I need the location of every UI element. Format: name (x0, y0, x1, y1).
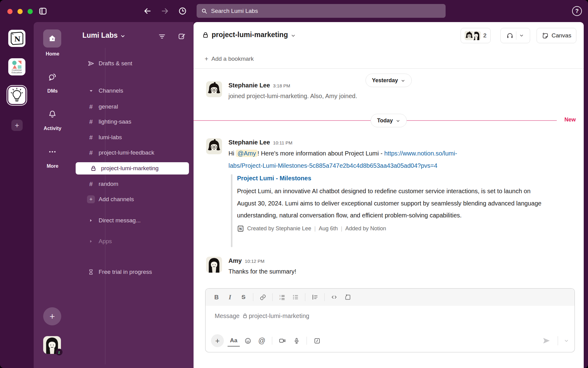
text-format-toggle[interactable]: Aa (228, 335, 240, 347)
filter-icon[interactable] (158, 33, 166, 40)
search-bar[interactable] (197, 4, 446, 18)
history-forward-button[interactable] (161, 7, 169, 15)
nav-more-button[interactable] (48, 148, 57, 156)
sidebar-item-free-trial[interactable]: Free trial in progress (73, 266, 190, 278)
add-workspace-button[interactable]: + (11, 120, 23, 131)
message-input[interactable]: Message project-lumi-marketing (205, 306, 575, 326)
message-composer[interactable]: B I S Message project-lumi-marketing (205, 288, 575, 352)
plus-glyph: + (50, 311, 55, 322)
video-clip-button[interactable] (276, 335, 288, 347)
sidebar-item-channel-random[interactable]: # random (73, 178, 190, 190)
nav-activity-button[interactable] (48, 110, 57, 118)
plus-glyph: + (15, 121, 19, 130)
plus-icon: + (87, 195, 95, 203)
main-content: project-lumi-marketing 2 Canvas (194, 22, 584, 368)
canvas-button[interactable]: Canvas (537, 28, 576, 43)
date-divider-today[interactable]: Today (371, 114, 407, 127)
emoji-button[interactable] (242, 335, 254, 347)
bold-button[interactable]: B (210, 292, 223, 302)
attach-plus-button[interactable]: + (211, 334, 224, 347)
add-bookmark-button[interactable]: + Add a bookmark (194, 49, 584, 69)
toolbar-divider (253, 293, 253, 301)
nav-dms-button[interactable] (48, 72, 57, 81)
zoom-window-button[interactable] (28, 9, 33, 14)
nav-home-label[interactable]: Home (34, 51, 71, 57)
sidebar-item-drafts-sent[interactable]: Drafts & sent (73, 57, 190, 70)
code-block-button[interactable] (341, 292, 354, 302)
audio-clip-button[interactable] (290, 335, 303, 347)
shortcuts-button[interactable] (311, 335, 323, 347)
message-sender[interactable]: Stephanie Lee (228, 138, 270, 146)
workspace-notion[interactable] (8, 30, 25, 47)
placeholder-prefix: Message (215, 312, 239, 320)
sidebar-section-channels[interactable]: Channels (73, 85, 190, 97)
date-divider-yesterday[interactable]: Yesterday (365, 74, 412, 87)
hash-icon: # (87, 118, 95, 125)
card-footer: Created by Stephanie Lee | Aug 6th | Add… (237, 225, 565, 232)
sidebar-item-channel-lumi-labs[interactable]: # lumi-labs (73, 131, 190, 144)
mention-button[interactable]: @ (256, 335, 268, 347)
nav-activity-label[interactable]: Activity (34, 126, 71, 131)
avatar-stephanie[interactable] (206, 81, 222, 97)
minimize-window-button[interactable] (17, 9, 23, 14)
sidebar-item-channel-project-lumi-feedback[interactable]: # project-lumi-feedback (73, 147, 190, 159)
sidebar-item-channel-project-lumi-marketing-selected[interactable]: project-lumi-marketing (76, 162, 189, 174)
compose-icon[interactable] (178, 33, 186, 40)
code-button[interactable] (328, 292, 340, 302)
search-icon (201, 8, 208, 14)
card-title-link[interactable]: Project Lumi - Milestones (237, 174, 565, 183)
close-window-button[interactable] (7, 9, 13, 14)
channel-title-button[interactable]: project-lumi-marketing (202, 31, 296, 39)
ordered-list-button[interactable] (276, 292, 288, 302)
card-accent-bar (231, 174, 232, 247)
workspace-switcher[interactable]: Lumi Labs (82, 31, 126, 40)
user-avatar[interactable]: z (43, 336, 61, 354)
notion-link-line1[interactable]: https://www.notion.so/lumi- (384, 150, 457, 157)
mention-amy[interactable]: @Amy (236, 150, 257, 157)
workspace-customer-education[interactable]: Customer Education (8, 58, 25, 75)
search-input[interactable] (211, 8, 441, 14)
sidebar-toggle-icon[interactable] (39, 7, 47, 15)
channel-title: project-lumi-marketing (212, 31, 288, 39)
send-options-chevron[interactable] (564, 338, 569, 343)
link-button[interactable] (257, 292, 269, 302)
avatar-stephanie[interactable] (206, 138, 222, 154)
blockquote-button[interactable] (309, 292, 321, 302)
sidebar-item-channel-lighting-saas[interactable]: # lighting-saas (73, 116, 190, 128)
message-sender[interactable]: Amy (228, 257, 242, 265)
composer-divider (307, 337, 307, 345)
notion-link-line2[interactable]: labs/Project-Lumi-Milestones-5c885a747e2… (228, 162, 437, 169)
workspace-lumi-labs-active[interactable] (8, 87, 25, 104)
avatar-amy[interactable] (206, 257, 222, 273)
bullet-list-button[interactable] (289, 292, 302, 302)
chevron-down-icon (396, 119, 400, 123)
plus-icon: + (205, 56, 208, 62)
send-button[interactable] (540, 335, 552, 347)
history-back-button[interactable] (143, 7, 152, 15)
history-icon[interactable] (178, 7, 187, 15)
sidebar-section-apps[interactable]: Apps (73, 235, 190, 247)
nav-home-button[interactable] (43, 29, 61, 48)
channel-members-button[interactable]: 2 (461, 28, 491, 43)
sidebar-item-channel-general[interactable]: # general (73, 101, 190, 113)
italic-button[interactable]: I (224, 292, 236, 302)
help-button[interactable]: ? (572, 6, 582, 16)
message-timestamp[interactable]: 3:18 PM (273, 82, 290, 90)
strikethrough-button[interactable]: S (237, 292, 250, 302)
nav-more-label[interactable]: More (34, 163, 71, 169)
canvas-icon (542, 32, 549, 39)
placeholder-channel: project-lumi-marketing (249, 312, 309, 320)
sidebar-section-direct-messages[interactable]: Direct messag... (73, 214, 190, 227)
sidebar: Lumi Labs Drafts & sent Channels # gener… (71, 22, 194, 368)
create-new-button[interactable]: + (43, 307, 61, 325)
message-sender[interactable]: Stephanie Lee (228, 81, 270, 89)
message-timestamp[interactable]: 10:11 PM (273, 139, 292, 147)
help-glyph: ? (575, 8, 579, 14)
chevron-down-icon[interactable] (516, 33, 527, 38)
nav-dms-label[interactable]: DMs (34, 88, 71, 94)
huddle-button[interactable] (500, 28, 530, 43)
message-timestamp[interactable]: 10:12 PM (245, 257, 264, 265)
message-text: Hi (228, 150, 236, 157)
chevron-down-icon (401, 79, 405, 83)
sidebar-item-add-channels[interactable]: + Add channels (73, 193, 190, 205)
